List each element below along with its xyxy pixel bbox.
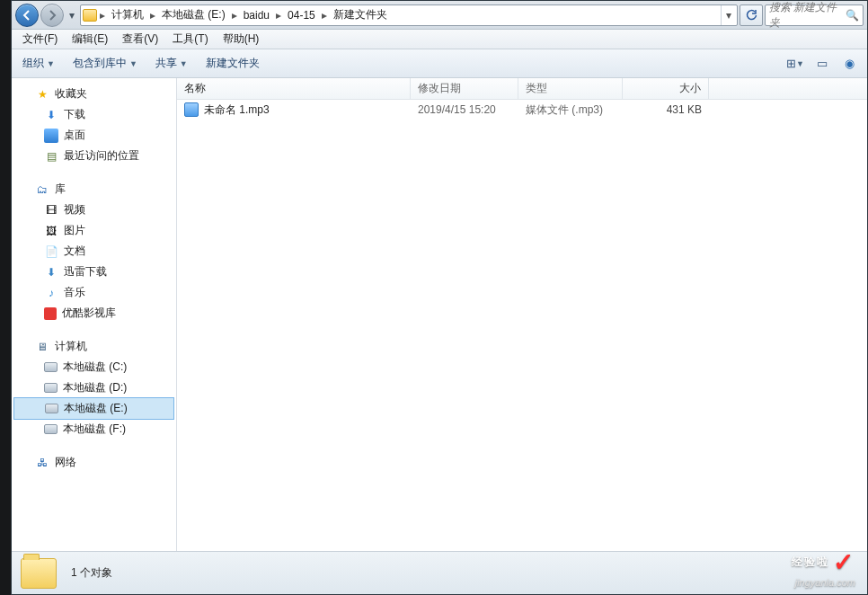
chevron-down-icon: ▼ bbox=[129, 59, 137, 68]
col-type[interactable]: 类型 bbox=[518, 78, 623, 99]
sidebar-downloads[interactable]: ⬇下载 bbox=[12, 104, 176, 125]
xunlei-icon: ⬇ bbox=[44, 265, 58, 280]
picture-icon: 🖼 bbox=[44, 224, 58, 238]
view-options-button[interactable]: ⊞ ▼ bbox=[786, 56, 804, 72]
document-icon: 📄 bbox=[44, 244, 58, 259]
network-icon: 🖧 bbox=[35, 456, 49, 470]
folder-icon bbox=[83, 9, 97, 22]
arrow-left-icon bbox=[22, 10, 32, 21]
address-row: ▾ ▸ 计算机 ▸ 本地磁盘 (E:) ▸ baidu ▸ 04-15 ▸ 新建… bbox=[12, 1, 867, 30]
col-name[interactable]: 名称 bbox=[177, 78, 411, 99]
drive-icon bbox=[44, 362, 58, 372]
file-size: 431 KB bbox=[623, 103, 709, 116]
file-date: 2019/4/15 15:20 bbox=[411, 103, 518, 116]
back-button[interactable] bbox=[15, 4, 39, 27]
computer-icon: 🖥 bbox=[35, 340, 49, 354]
forward-button[interactable] bbox=[40, 4, 64, 27]
chevron-right-icon[interactable]: ▸ bbox=[149, 9, 156, 22]
menu-bar: 文件(F) 编辑(E) 查看(V) 工具(T) 帮助(H) bbox=[12, 30, 867, 49]
col-size[interactable]: 大小 bbox=[623, 78, 709, 99]
share-button[interactable]: 共享 ▼ bbox=[154, 53, 190, 74]
favorites-group: ★ 收藏夹 ⬇下载 桌面 ▤最近访问的位置 bbox=[12, 84, 176, 166]
sidebar-drive-c[interactable]: 本地磁盘 (C:) bbox=[12, 357, 176, 377]
arrow-right-icon bbox=[47, 10, 58, 21]
toolbar: 组织 ▼ 包含到库中 ▼ 共享 ▼ 新建文件夹 ⊞ ▼ ▭ ◉ bbox=[12, 49, 867, 78]
menu-file[interactable]: 文件(F) bbox=[17, 30, 63, 49]
sidebar-drive-d[interactable]: 本地磁盘 (D:) bbox=[12, 377, 176, 398]
computer-header[interactable]: 🖥 计算机 bbox=[12, 336, 176, 357]
crumb-baidu[interactable]: baidu bbox=[240, 6, 273, 24]
chevron-right-icon[interactable]: ▸ bbox=[99, 9, 106, 22]
network-group: 🖧 网络 bbox=[12, 452, 176, 473]
file-list-area: 名称 修改日期 类型 大小 未命名 1.mp3 2019/4/15 15:20 … bbox=[177, 78, 867, 551]
libraries-group: 🗂 库 🎞视频 🖼图片 📄文档 ⬇迅雷下载 ♪音乐 优酷影视库 bbox=[12, 179, 176, 324]
watermark: 经验啦✓ jingyanla.com bbox=[792, 547, 855, 588]
sidebar-pictures[interactable]: 🖼图片 bbox=[12, 220, 176, 241]
desktop-icon bbox=[44, 129, 58, 143]
menu-tools[interactable]: 工具(T) bbox=[167, 30, 213, 49]
recent-icon: ▤ bbox=[44, 149, 58, 164]
file-row[interactable]: 未命名 1.mp3 2019/4/15 15:20 媒体文件 (.mp3) 43… bbox=[177, 100, 867, 120]
nav-history-dropdown[interactable]: ▾ bbox=[66, 4, 78, 27]
music-icon: ♪ bbox=[44, 286, 58, 300]
column-headers: 名称 修改日期 类型 大小 bbox=[177, 78, 867, 100]
chevron-right-icon[interactable]: ▸ bbox=[275, 9, 282, 22]
refresh-button[interactable] bbox=[740, 4, 763, 26]
sidebar-xunlei[interactable]: ⬇迅雷下载 bbox=[12, 262, 176, 282]
sidebar-documents[interactable]: 📄文档 bbox=[12, 241, 176, 262]
organize-button[interactable]: 组织 ▼ bbox=[21, 53, 57, 74]
sidebar-youku[interactable]: 优酷影视库 bbox=[12, 303, 176, 324]
search-placeholder: 搜索 新建文件夹 bbox=[769, 0, 842, 31]
address-dropdown[interactable]: ▾ bbox=[721, 5, 735, 25]
crumb-0415[interactable]: 04-15 bbox=[284, 6, 319, 24]
refresh-icon bbox=[745, 9, 757, 22]
navigation-pane: ★ 收藏夹 ⬇下载 桌面 ▤最近访问的位置 🗂 库 🎞视频 🖼图片 📄文档 ⬇迅… bbox=[12, 78, 177, 551]
sidebar-music[interactable]: ♪音乐 bbox=[12, 282, 176, 303]
crumb-computer[interactable]: 计算机 bbox=[108, 6, 147, 24]
drive-icon bbox=[45, 404, 58, 413]
drive-icon bbox=[44, 383, 58, 393]
mp3-icon bbox=[184, 102, 199, 117]
chevron-right-icon[interactable]: ▸ bbox=[321, 9, 328, 22]
new-folder-button[interactable]: 新建文件夹 bbox=[204, 53, 261, 74]
status-count: 1 个对象 bbox=[71, 565, 112, 581]
address-bar[interactable]: ▸ 计算机 ▸ 本地磁盘 (E:) ▸ baidu ▸ 04-15 ▸ 新建文件… bbox=[80, 4, 738, 26]
chevron-down-icon: ▼ bbox=[47, 59, 55, 68]
library-icon: 🗂 bbox=[35, 182, 49, 197]
search-input[interactable]: 搜索 新建文件夹 🔍 bbox=[765, 4, 864, 26]
libraries-header[interactable]: 🗂 库 bbox=[12, 179, 176, 200]
sidebar-drive-f[interactable]: 本地磁盘 (F:) bbox=[12, 419, 176, 440]
file-type: 媒体文件 (.mp3) bbox=[518, 102, 623, 118]
computer-group: 🖥 计算机 本地磁盘 (C:) 本地磁盘 (D:) 本地磁盘 (E:) 本地磁盘… bbox=[12, 336, 176, 440]
body-split: ★ 收藏夹 ⬇下载 桌面 ▤最近访问的位置 🗂 库 🎞视频 🖼图片 📄文档 ⬇迅… bbox=[12, 78, 867, 551]
help-button[interactable]: ◉ bbox=[840, 56, 858, 72]
search-icon: 🔍 bbox=[846, 9, 859, 22]
network-header[interactable]: 🖧 网络 bbox=[12, 452, 176, 473]
sidebar-recent[interactable]: ▤最近访问的位置 bbox=[12, 146, 176, 166]
youku-icon bbox=[44, 307, 57, 320]
star-icon: ★ bbox=[35, 87, 49, 102]
favorites-header[interactable]: ★ 收藏夹 bbox=[12, 84, 176, 104]
preview-pane-button[interactable]: ▭ bbox=[813, 56, 831, 72]
window-left-border bbox=[0, 0, 11, 595]
file-rows: 未命名 1.mp3 2019/4/15 15:20 媒体文件 (.mp3) 43… bbox=[177, 100, 867, 551]
download-icon: ⬇ bbox=[44, 108, 58, 122]
crumb-newfolder[interactable]: 新建文件夹 bbox=[330, 6, 391, 24]
menu-help[interactable]: 帮助(H) bbox=[217, 30, 265, 49]
sidebar-desktop[interactable]: 桌面 bbox=[12, 125, 176, 146]
check-icon: ✓ bbox=[833, 547, 855, 577]
sidebar-videos[interactable]: 🎞视频 bbox=[12, 200, 176, 220]
chevron-down-icon: ▼ bbox=[180, 59, 188, 68]
menu-edit[interactable]: 编辑(E) bbox=[66, 30, 113, 49]
folder-large-icon bbox=[21, 558, 57, 589]
status-bar: 1 个对象 bbox=[12, 551, 867, 594]
toolbar-right: ⊞ ▼ ▭ ◉ bbox=[786, 56, 858, 72]
crumb-drive-e[interactable]: 本地磁盘 (E:) bbox=[158, 6, 229, 24]
include-library-button[interactable]: 包含到库中 ▼ bbox=[71, 53, 139, 74]
chevron-right-icon[interactable]: ▸ bbox=[231, 9, 238, 22]
menu-view[interactable]: 查看(V) bbox=[117, 30, 164, 49]
col-date[interactable]: 修改日期 bbox=[411, 78, 518, 99]
sidebar-drive-e[interactable]: 本地磁盘 (E:) bbox=[13, 397, 174, 420]
video-icon: 🎞 bbox=[44, 203, 58, 218]
explorer-window: ▾ ▸ 计算机 ▸ 本地磁盘 (E:) ▸ baidu ▸ 04-15 ▸ 新建… bbox=[11, 0, 868, 595]
